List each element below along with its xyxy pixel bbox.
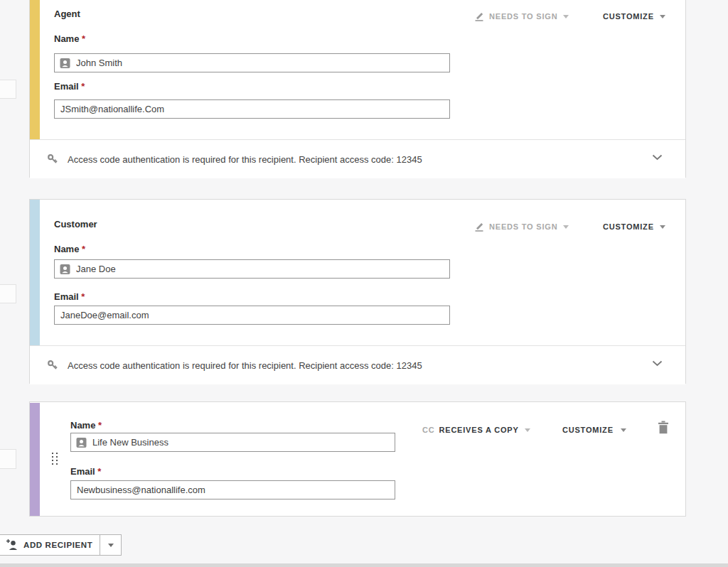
chevron-down-icon bbox=[563, 225, 569, 229]
signing-order-box[interactable] bbox=[0, 449, 16, 469]
customize-label: CUSTOMIZE bbox=[603, 12, 654, 21]
chevron-down-icon bbox=[621, 428, 626, 432]
customize-dropdown[interactable]: CUSTOMIZE bbox=[603, 11, 665, 22]
recipient-title: Customer bbox=[54, 219, 97, 230]
email-input[interactable] bbox=[55, 306, 449, 324]
customize-dropdown[interactable]: CUSTOMIZE bbox=[603, 221, 665, 232]
add-recipient-label: ADD RECIPIENT bbox=[23, 541, 92, 549]
add-person-icon bbox=[6, 539, 18, 551]
email-field-label: Email * bbox=[54, 291, 85, 302]
role-label: NEEDS TO SIGN bbox=[489, 222, 557, 231]
add-recipient-button[interactable]: ADD RECIPIENT bbox=[0, 535, 100, 555]
access-code-note: Access code authentication is required f… bbox=[68, 154, 422, 165]
recipient-card-cc: CC RECEIVES A COPY CUSTOMIZE Name * Emai… bbox=[29, 401, 686, 517]
role-label: RECEIVES A COPY bbox=[439, 426, 519, 434]
customize-label: CUSTOMIZE bbox=[603, 222, 654, 231]
key-icon bbox=[47, 153, 58, 165]
name-input-wrap bbox=[54, 53, 450, 72]
trash-icon[interactable] bbox=[658, 421, 669, 434]
contact-badge-icon bbox=[60, 58, 70, 69]
chevron-down-icon[interactable] bbox=[652, 154, 663, 161]
drag-handle[interactable] bbox=[52, 453, 58, 465]
cc-prefix: CC bbox=[422, 426, 435, 434]
name-field-label: Name * bbox=[54, 33, 85, 44]
key-icon bbox=[47, 360, 58, 371]
name-input[interactable] bbox=[70, 260, 449, 278]
name-input-wrap bbox=[54, 259, 450, 279]
name-input-wrap bbox=[70, 433, 395, 452]
signing-order-box[interactable] bbox=[0, 80, 16, 99]
email-input[interactable] bbox=[71, 481, 395, 499]
chevron-down-icon bbox=[660, 225, 665, 229]
signing-order-box[interactable]: 3 bbox=[0, 284, 16, 303]
name-input[interactable] bbox=[70, 54, 449, 72]
chevron-down-icon bbox=[660, 15, 665, 18]
recipient-role-dropdown[interactable]: NEEDS TO SIGN bbox=[473, 11, 569, 22]
name-input[interactable] bbox=[87, 433, 395, 451]
name-field-label: Name * bbox=[70, 420, 102, 431]
add-recipient-split-button: ADD RECIPIENT bbox=[0, 534, 122, 556]
customize-label: CUSTOMIZE bbox=[562, 426, 614, 434]
email-input-wrap bbox=[54, 99, 450, 119]
recipient-role-dropdown[interactable]: NEEDS TO SIGN bbox=[473, 221, 569, 232]
recipients-page: 3 Agent NEEDS TO SIGN CUSTOMIZE Name * bbox=[0, 0, 728, 567]
name-field-label: Name * bbox=[54, 244, 85, 254]
recipient-card-agent: Agent NEEDS TO SIGN CUSTOMIZE Name * Ema… bbox=[29, 0, 686, 178]
email-input-wrap bbox=[54, 306, 450, 325]
chevron-down-icon bbox=[563, 15, 569, 18]
chevron-down-icon bbox=[108, 544, 114, 547]
email-input[interactable] bbox=[55, 100, 449, 118]
recipient-card-customer: Customer NEEDS TO SIGN CUSTOMIZE Name * … bbox=[29, 199, 686, 384]
add-recipient-dropdown-button[interactable] bbox=[100, 535, 121, 555]
pen-icon bbox=[473, 221, 485, 232]
pen-icon bbox=[473, 11, 485, 22]
email-field-label: Email * bbox=[70, 466, 101, 477]
chevron-down-icon bbox=[525, 428, 530, 432]
recipient-role-dropdown[interactable]: CC RECEIVES A COPY bbox=[422, 424, 530, 436]
recipient-title: Agent bbox=[54, 9, 80, 19]
email-field-label: Email * bbox=[54, 81, 85, 92]
role-label: NEEDS TO SIGN bbox=[489, 12, 557, 21]
bottom-divider-bar bbox=[0, 563, 728, 567]
chevron-down-icon[interactable] bbox=[652, 360, 663, 367]
access-code-row[interactable]: Access code authentication is required f… bbox=[30, 345, 685, 384]
recipient-color-strip bbox=[30, 200, 40, 345]
customize-dropdown[interactable]: CUSTOMIZE bbox=[562, 424, 626, 436]
access-code-note: Access code authentication is required f… bbox=[68, 360, 422, 371]
email-input-wrap bbox=[70, 480, 395, 500]
recipient-color-strip bbox=[30, 403, 40, 516]
recipient-color-strip bbox=[30, 0, 40, 139]
access-code-row[interactable]: Access code authentication is required f… bbox=[30, 139, 685, 178]
contact-badge-icon bbox=[60, 264, 70, 275]
contact-badge-icon bbox=[76, 437, 87, 448]
